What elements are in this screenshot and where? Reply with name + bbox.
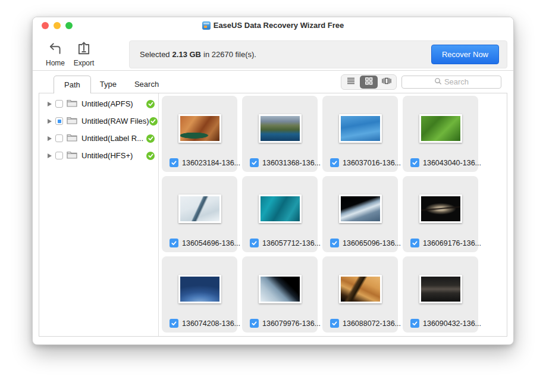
folder-icon xyxy=(67,150,77,161)
status-ok-icon xyxy=(146,134,155,143)
path-tree-panel: Untitled(APFS) Untitled(RAW Files) xyxy=(39,93,159,336)
home-label: Home xyxy=(46,59,65,67)
folder-icon xyxy=(67,133,77,144)
view-mode-switcher xyxy=(341,74,397,90)
window-footer xyxy=(33,337,513,345)
file-checkbox[interactable] xyxy=(250,239,259,247)
toolbar: Home Export Selected 2.13 GB in 22670 fi… xyxy=(33,33,513,71)
photo-thumbnail xyxy=(259,275,302,303)
tree-item-label: Untitled(APFS) xyxy=(81,99,133,108)
file-name: 136074208-136... xyxy=(182,319,240,328)
disclosure-triangle-icon[interactable] xyxy=(48,153,52,158)
file-tile[interactable]: 136037016-136... xyxy=(322,96,398,172)
photo-thumbnail xyxy=(178,114,221,143)
photo-thumbnail xyxy=(339,275,382,303)
tree-item-raw-files[interactable]: Untitled(RAW Files) xyxy=(39,112,158,130)
list-view-icon xyxy=(346,77,356,87)
file-checkbox[interactable] xyxy=(170,239,178,247)
close-button[interactable] xyxy=(42,22,49,29)
file-checkbox[interactable] xyxy=(330,319,339,328)
tab-search[interactable]: Search xyxy=(125,76,168,93)
app-icon xyxy=(202,21,211,30)
grid-view-button[interactable] xyxy=(360,76,378,89)
desktop: EaseUS Data Recovery Wizard Free Home xyxy=(0,0,546,392)
coverflow-view-icon xyxy=(381,77,392,87)
file-checkbox[interactable] xyxy=(330,239,339,247)
photo-thumbnail xyxy=(419,114,462,143)
photo-thumbnail xyxy=(419,275,462,303)
photo-thumbnail xyxy=(339,195,382,223)
app-window: EaseUS Data Recovery Wizard Free Home xyxy=(32,17,514,345)
tree-checkbox[interactable] xyxy=(55,100,63,108)
disclosure-triangle-icon[interactable] xyxy=(48,102,52,106)
folder-icon xyxy=(67,99,77,109)
tree-item-label: Untitled(Label R... xyxy=(81,134,143,143)
file-name: 136023184-136... xyxy=(182,159,240,167)
file-tile[interactable]: 136023184-136... xyxy=(162,96,237,172)
tree-checkbox[interactable] xyxy=(55,134,63,142)
tree-checkbox-mixed[interactable] xyxy=(55,117,63,125)
file-checkbox[interactable] xyxy=(330,158,339,167)
photo-thumbnail xyxy=(419,195,462,223)
list-view-button[interactable] xyxy=(342,76,360,89)
photo-thumbnail xyxy=(178,275,221,303)
file-tile[interactable]: 136043040-136... xyxy=(403,96,478,172)
tab-path[interactable]: Path xyxy=(54,76,91,93)
minimize-button[interactable] xyxy=(54,22,61,29)
file-tile[interactable]: 136057712-136... xyxy=(242,176,318,252)
search-placeholder: Search xyxy=(444,77,469,86)
selection-count: in 22670 file(s). xyxy=(203,50,256,59)
file-tile[interactable]: 136031368-136... xyxy=(242,96,318,172)
folder-icon xyxy=(67,116,77,127)
file-checkbox[interactable] xyxy=(410,239,419,247)
file-tile[interactable]: 136074208-136... xyxy=(162,256,237,333)
selection-banner: Selected 2.13 GB in 22670 file(s). Recov… xyxy=(129,40,507,68)
disclosure-triangle-icon[interactable] xyxy=(48,136,52,141)
grid-view-icon xyxy=(365,77,373,87)
coverflow-view-button[interactable] xyxy=(378,76,396,89)
tree-item-label-r[interactable]: Untitled(Label R... xyxy=(39,130,158,147)
export-button[interactable]: Export xyxy=(70,41,98,67)
file-checkbox[interactable] xyxy=(170,319,178,328)
file-tile[interactable]: 136090432-136... xyxy=(403,256,478,333)
file-tile[interactable]: 136088072-136... xyxy=(322,256,398,333)
file-tile[interactable]: 136079976-136... xyxy=(242,256,318,333)
file-checkbox[interactable] xyxy=(170,158,178,167)
search-input[interactable]: Search xyxy=(401,76,501,89)
file-name: 136043040-136... xyxy=(423,159,481,167)
tree-checkbox[interactable] xyxy=(55,152,63,159)
search-icon xyxy=(434,77,442,87)
export-label: Export xyxy=(74,59,95,67)
home-icon xyxy=(48,41,63,58)
photo-thumbnail xyxy=(259,195,302,223)
status-ok-icon xyxy=(146,152,155,160)
file-name: 136079976-136... xyxy=(262,319,321,328)
content-area: Untitled(APFS) Untitled(RAW Files) xyxy=(39,93,507,337)
file-name: 136090432-136... xyxy=(423,319,481,328)
file-tile[interactable]: 136054696-136... xyxy=(162,176,237,252)
tree-item-label: Untitled(HFS+) xyxy=(81,151,133,160)
file-tile[interactable]: 136065096-136... xyxy=(322,176,398,252)
window-title: EaseUS Data Recovery Wizard Free xyxy=(214,21,344,30)
window-controls xyxy=(42,22,73,29)
tab-bar: Path Type Search xyxy=(33,71,513,93)
file-name: 136069176-136... xyxy=(423,239,481,247)
home-button[interactable]: Home xyxy=(41,41,70,67)
status-ok-icon xyxy=(149,117,158,126)
zoom-button[interactable] xyxy=(65,22,73,29)
file-checkbox[interactable] xyxy=(250,319,259,328)
file-checkbox[interactable] xyxy=(410,158,419,167)
file-tile[interactable]: 136069176-136... xyxy=(403,176,478,252)
export-icon xyxy=(76,41,92,58)
tab-type[interactable]: Type xyxy=(91,76,125,93)
recover-now-button[interactable]: Recover Now xyxy=(431,45,499,64)
tree-item-hfs[interactable]: Untitled(HFS+) xyxy=(39,147,158,164)
file-checkbox[interactable] xyxy=(410,319,419,328)
file-name: 136031368-136... xyxy=(262,159,321,167)
photo-thumbnail xyxy=(178,195,221,223)
tree-item-apfs[interactable]: Untitled(APFS) xyxy=(39,95,158,112)
tree-item-label: Untitled(RAW Files) xyxy=(81,117,149,126)
disclosure-triangle-icon[interactable] xyxy=(48,119,52,124)
titlebar: EaseUS Data Recovery Wizard Free xyxy=(33,17,513,33)
file-checkbox[interactable] xyxy=(250,158,259,167)
